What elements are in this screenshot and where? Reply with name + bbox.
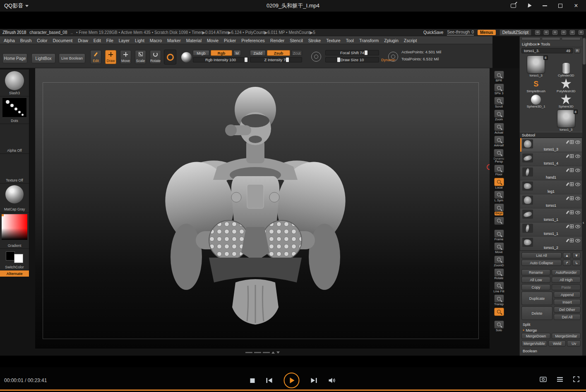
- eye-icon[interactable]: [575, 141, 580, 144]
- r-button[interactable]: R: [574, 48, 581, 53]
- auto-collapse-button[interactable]: Auto Collapse: [521, 260, 562, 266]
- menu-draw[interactable]: Draw: [78, 38, 88, 43]
- gradient-swatch[interactable]: [2, 214, 27, 240]
- previous-button[interactable]: [266, 378, 273, 383]
- zscript-button[interactable]: DefaultZScript: [500, 29, 531, 36]
- slider-handle[interactable]: [337, 57, 340, 62]
- autoreorder-button[interactable]: AutoReorder: [552, 269, 581, 275]
- collapse-panel-icon[interactable]: ‹: [583, 220, 584, 225]
- panel-scrollbar[interactable]: ‹: [582, 36, 586, 356]
- rgb-button[interactable]: Rgb: [211, 50, 232, 56]
- current-brush-button[interactable]: [164, 50, 176, 65]
- polyframe-icon[interactable]: [570, 225, 574, 228]
- focal-shift-slider[interactable]: Focal Shift 74: [325, 50, 379, 55]
- eye-icon[interactable]: [575, 211, 580, 214]
- edit-mode-button[interactable]: Edit: [90, 50, 101, 64]
- shelf-zoom-button[interactable]: Zoom: [494, 110, 504, 121]
- focal-icon[interactable]: [311, 52, 321, 62]
- tool-slider[interactable]: torso1_3. 49: [521, 48, 573, 53]
- minimize-button[interactable]: [541, 2, 548, 9]
- quicksave-button[interactable]: QuickSave: [423, 30, 443, 35]
- switch-color[interactable]: SwitchColor: [0, 249, 29, 270]
- screenshot-button[interactable]: [510, 2, 516, 9]
- brush-icon[interactable]: [566, 154, 569, 158]
- pin-button[interactable]: [526, 2, 532, 9]
- paste-button[interactable]: Paste: [552, 284, 581, 290]
- eye-icon[interactable]: [575, 239, 580, 242]
- uv-button[interactable]: Uv: [567, 340, 581, 347]
- menu-layer[interactable]: Layer: [119, 38, 130, 43]
- shelf-transp-button[interactable]: Transp: [494, 294, 504, 306]
- polyframe-icon[interactable]: [570, 210, 574, 214]
- append-button[interactable]: Append: [554, 292, 581, 298]
- copy-button[interactable]: Copy: [521, 284, 550, 290]
- subtool-row-torso1_4[interactable]: torso1_4: [520, 152, 582, 166]
- tool-torso1-3[interactable]: 8torso1_3: [552, 110, 581, 132]
- move-down-button[interactable]: ▼: [572, 252, 581, 258]
- menu-transform[interactable]: Transform: [359, 38, 379, 43]
- snapshot-button[interactable]: [540, 376, 547, 382]
- merge-down-button[interactable]: MergeDown: [521, 333, 550, 339]
- subtool-row-torso1_1[interactable]: torso1_1: [520, 222, 582, 237]
- all-high-button[interactable]: All High: [552, 277, 581, 283]
- layout-icon[interactable]: [544, 30, 549, 35]
- canvas-scrollbar[interactable]: [35, 350, 490, 355]
- menu-stencil[interactable]: Stencil: [290, 38, 303, 43]
- palette-icon[interactable]: [552, 30, 557, 35]
- playlist-button[interactable]: [557, 377, 563, 382]
- maximize-button[interactable]: [557, 2, 564, 9]
- delete-button[interactable]: Delete: [521, 306, 552, 320]
- current-material-button[interactable]: [181, 52, 192, 62]
- play-button[interactable]: [284, 373, 300, 388]
- weld-button[interactable]: Weld: [548, 340, 566, 347]
- live-boolean-button[interactable]: Live Boolean: [59, 53, 85, 63]
- export-icon[interactable]: [570, 30, 575, 35]
- tool-torso1-3[interactable]: 8torso1_3: [522, 55, 550, 78]
- subtool-row-torso1[interactable]: torso1: [520, 194, 582, 208]
- slider-handle[interactable]: [286, 57, 289, 62]
- merge-similar-button[interactable]: MergeSimilar: [552, 333, 581, 339]
- all-low-button[interactable]: All Low: [521, 277, 550, 283]
- collapse-up-icon[interactable]: ↱: [563, 260, 571, 266]
- tool-simplebrush[interactable]: SSimpleBrush: [522, 79, 550, 93]
- brush-icon[interactable]: [566, 210, 569, 214]
- palette-stub-button[interactable]: [562, 37, 581, 41]
- progress-bar[interactable]: [0, 390, 586, 391]
- brush-icon[interactable]: [566, 182, 569, 186]
- shelf-rotate-button[interactable]: Rotate: [494, 268, 504, 280]
- lightbox-button[interactable]: LightBox: [31, 53, 55, 63]
- lock-icon[interactable]: [561, 30, 566, 35]
- shelf-line-fill-button[interactable]: Line Fill: [494, 282, 504, 293]
- eye-icon[interactable]: [575, 155, 580, 158]
- menu-stroke[interactable]: Stroke: [308, 38, 321, 43]
- shelf-persp-button[interactable]: DynamicPersp: [494, 149, 504, 163]
- close-button[interactable]: ×: [573, 2, 579, 9]
- viewport-canvas[interactable]: [35, 68, 490, 349]
- menu-render[interactable]: Render: [270, 38, 284, 43]
- material-selector[interactable]: MatCap Gray: [0, 184, 29, 213]
- move-mode-button[interactable]: Move: [120, 50, 131, 64]
- help-icon[interactable]: [579, 30, 584, 35]
- eye-icon[interactable]: [575, 169, 580, 172]
- del-all-button[interactable]: Del All: [554, 314, 581, 320]
- shelf-l-sym-button[interactable]: L.Sym: [494, 191, 504, 202]
- tool-polymesh3d[interactable]: PolyMesh3D: [552, 79, 581, 93]
- merge-section[interactable]: • Merge: [521, 327, 581, 333]
- menus-button[interactable]: Menus: [478, 30, 496, 35]
- volume-button[interactable]: [329, 378, 336, 383]
- alpha-selector[interactable]: Alpha Off: [0, 124, 29, 154]
- menu-material[interactable]: Material: [186, 38, 202, 43]
- mrgb-button[interactable]: Mrgb: [193, 50, 209, 56]
- shelf-item-18-button[interactable]: [494, 308, 504, 319]
- slider-handle[interactable]: [245, 57, 247, 62]
- brush-selector[interactable]: Slash3: [0, 69, 29, 96]
- insert-button[interactable]: Insert: [554, 299, 581, 305]
- scroll-down-icon[interactable]: [276, 351, 280, 354]
- menu-color[interactable]: Color: [37, 38, 47, 43]
- next-button[interactable]: [311, 378, 317, 383]
- polyframe-icon[interactable]: [570, 154, 574, 158]
- subtool-row-torso1_3[interactable]: torso1_3: [520, 138, 582, 152]
- polyframe-icon[interactable]: [570, 182, 574, 186]
- rename-button[interactable]: Rename: [521, 269, 550, 275]
- menu-edit[interactable]: Edit: [94, 38, 101, 43]
